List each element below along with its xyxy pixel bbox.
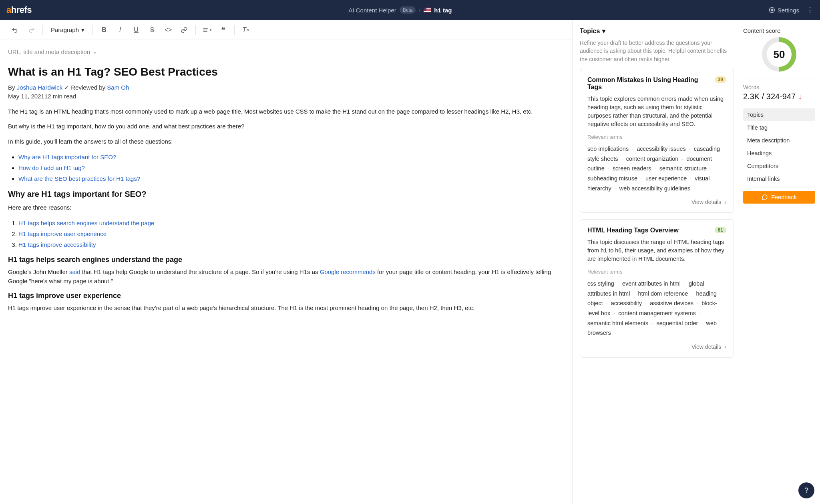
score-nav-item[interactable]: Topics (743, 108, 815, 121)
reason-link[interactable]: H1 tags helps search engines understand … (18, 220, 154, 226)
toc-list: Why are H1 tags important for SEO? How d… (8, 152, 564, 184)
terms-list: seo implications · accessibility issues … (587, 144, 726, 193)
words-label: Words (743, 84, 815, 90)
ahrefs-logo[interactable]: ahrefs (6, 5, 32, 15)
help-fab[interactable]: ? (798, 482, 814, 498)
toc-link[interactable]: What are the SEO best practices for H1 t… (18, 175, 140, 182)
toc-link[interactable]: How do I add an H1 tag? (18, 164, 85, 171)
topic-title: HTML Heading Tags Overview (587, 227, 679, 234)
settings-label: Settings (778, 7, 799, 14)
content-score-label: Content score (743, 27, 815, 34)
reviewer-link[interactable]: Sam Oh (107, 84, 129, 91)
settings-button[interactable]: Settings (769, 7, 799, 14)
caret-down-icon: ▾ (602, 27, 605, 35)
paragraph: Google's John Mueller said that H1 tags … (8, 267, 564, 286)
topic-description: This topic discusses the range of HTML h… (587, 238, 726, 263)
byline: By Joshua Hardwick ✓ Reviewed by Sam Oh (8, 84, 564, 91)
relevant-terms-label: Relevant terms (587, 134, 726, 140)
us-flag-icon (424, 8, 431, 12)
chevron-down-icon: ⌄ (92, 48, 98, 55)
paragraph: H1 tags improve user experience in the s… (8, 303, 564, 312)
dateline: May 11, 202112 min read (8, 93, 564, 100)
keyword-text[interactable]: h1 tag (434, 7, 452, 14)
link-button[interactable] (177, 23, 191, 37)
chat-icon (762, 194, 768, 200)
topic-score-badge: 61 (715, 227, 726, 233)
words-value: 2.3K / 324-947 ↓ (743, 92, 815, 101)
view-details-button[interactable]: View details › (587, 344, 726, 350)
topic-card: Common Mistakes in Using Heading Tags 39… (580, 69, 734, 213)
paragraph: In this guide, you'll learn the answers … (8, 137, 564, 146)
topics-description: Refine your draft to better address the … (580, 39, 734, 63)
arrow-down-icon: ↓ (798, 92, 802, 101)
toc-link[interactable]: Why are H1 tags important for SEO? (18, 154, 116, 160)
code-button[interactable]: <> (161, 23, 175, 37)
align-button[interactable]: ▾ (200, 23, 214, 37)
heading-2: Why are H1 tags important for SEO? (8, 190, 564, 199)
block-type-dropdown[interactable]: Paragraph ▾ (47, 26, 88, 34)
topic-description: This topic explores common errors made w… (587, 95, 726, 128)
reason-link[interactable]: H1 tags improve accessibility (18, 241, 96, 248)
caret-down-icon: ▾ (81, 26, 84, 34)
beta-badge: Beta (400, 6, 416, 14)
chevron-right-icon: › (724, 199, 726, 205)
topics-dropdown[interactable]: Topics ▾ (580, 27, 734, 35)
more-menu-icon[interactable]: ⋮ (806, 6, 814, 14)
underline-button[interactable]: U (129, 23, 143, 37)
strike-button[interactable]: S (145, 23, 159, 37)
paragraph: But why is the H1 tag important, how do … (8, 122, 564, 131)
italic-button[interactable]: I (113, 23, 127, 37)
breadcrumb-sep: / (419, 7, 420, 13)
inline-link[interactable]: said (69, 268, 80, 275)
article-content[interactable]: What is an H1 Tag? SEO Best Practices By… (8, 66, 564, 312)
view-details-button[interactable]: View details › (587, 199, 726, 205)
score-nav-item[interactable]: Meta description (743, 134, 815, 147)
terms-list: css styling · event attributes in html ·… (587, 279, 726, 338)
paragraph: The H1 tag is an HTML heading that's mos… (8, 107, 564, 116)
topic-title: Common Mistakes in Using Heading Tags (587, 76, 711, 91)
topic-card: HTML Heading Tags Overview 61 This topic… (580, 219, 734, 358)
undo-button[interactable] (8, 23, 22, 37)
svg-point-0 (771, 9, 773, 11)
article-title: What is an H1 Tag? SEO Best Practices (8, 66, 564, 78)
tool-name: AI Content Helper (348, 7, 396, 14)
score-nav-item[interactable]: Headings (743, 147, 815, 160)
heading-3: H1 tags improve user experience (8, 292, 564, 300)
inline-link[interactable]: Google recommends (320, 268, 376, 275)
chevron-right-icon: › (724, 344, 726, 350)
author-link[interactable]: Joshua Hardwick (17, 84, 62, 91)
bold-button[interactable]: B (97, 23, 111, 37)
score-nav-item[interactable]: Competitors (743, 160, 815, 172)
reason-link[interactable]: H1 tags improve user experience (18, 230, 107, 237)
quote-button[interactable]: ❝ (216, 23, 230, 37)
clear-format-button[interactable]: T✕ (239, 23, 253, 37)
redo-button[interactable] (24, 23, 38, 37)
paragraph: Here are three reasons: (8, 203, 564, 212)
meta-toggle[interactable]: URL, title and meta description ⌄ (8, 48, 564, 55)
heading-3: H1 tags helps search engines understand … (8, 256, 564, 264)
content-score-donut: 50 (762, 37, 796, 72)
score-nav-item[interactable]: Internal links (743, 172, 815, 185)
gear-icon (769, 7, 775, 13)
reasons-list: H1 tags helps search engines understand … (8, 218, 564, 250)
relevant-terms-label: Relevant terms (587, 269, 726, 275)
score-nav-item[interactable]: Title tag (743, 121, 815, 134)
feedback-button[interactable]: Feedback (743, 191, 815, 204)
topic-score-badge: 39 (715, 76, 726, 83)
